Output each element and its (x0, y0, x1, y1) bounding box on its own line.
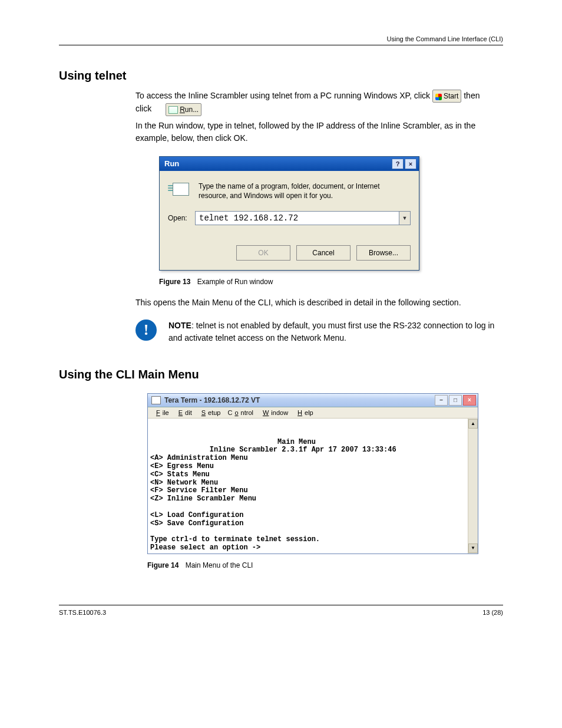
run-description: Type the name of a program, folder, docu… (199, 182, 411, 200)
menu-control[interactable]: Control (225, 409, 255, 417)
fig-text: Main Menu of the CLI (186, 561, 253, 569)
note-text: NOTE: telnet is not enabled by default, … (168, 319, 503, 344)
section-title-cli-main: Using the CLI Main Menu (59, 368, 503, 381)
tera-term-window: Tera Term - 192.168.12.72 VT – □ × File … (147, 393, 478, 554)
note-icon: ! (135, 319, 157, 341)
menu-help[interactable]: Help (293, 409, 316, 417)
terminal-output[interactable]: Main Menu Inline Scrambler 2.3.1f Apr 17… (148, 419, 468, 554)
run-dialog: Run ? × Type the name of a program, fold… (159, 156, 419, 271)
footer-doc-id: ST.TS.E10076.3 (59, 609, 482, 616)
run-menuitem-inline: Run... (166, 103, 201, 116)
help-button[interactable]: ? (392, 159, 404, 169)
scrollbar[interactable]: ▲ ▼ (468, 419, 478, 554)
menu-setup[interactable]: Setup (197, 409, 223, 417)
run-label: Run... (180, 106, 199, 114)
fig-lead: Figure 13 (159, 278, 190, 286)
start-label: Start (444, 92, 458, 100)
telnet-para1: To access the Inline Scrambler using tel… (135, 90, 497, 144)
run-title: Run (164, 159, 179, 168)
browse-button[interactable]: Browse... (356, 245, 411, 261)
cancel-button[interactable]: Cancel (296, 245, 351, 261)
tera-term-titlebar: Tera Term - 192.168.12.72 VT – □ × (148, 394, 478, 407)
header-rule (59, 45, 503, 45)
run-icon (168, 106, 178, 114)
open-label: Open: (168, 214, 195, 222)
tera-term-title: Tera Term - 192.168.12.72 VT (164, 396, 260, 404)
run-titlebar: Run ? × (160, 157, 419, 171)
open-combobox[interactable]: ▼ (195, 211, 411, 225)
footer-page: 13 (28) (482, 609, 503, 616)
menu-edit[interactable]: Edit (174, 409, 194, 417)
dropdown-button[interactable]: ▼ (399, 212, 410, 225)
scroll-down-button[interactable]: ▼ (468, 543, 478, 553)
note-lead: NOTE (168, 321, 191, 330)
menu-file[interactable]: File (151, 409, 171, 417)
close-button[interactable]: × (463, 395, 476, 406)
ok-button[interactable]: OK (236, 245, 290, 261)
section-title-telnet: Using telnet (59, 69, 503, 83)
fig-text: Example of Run window (197, 278, 273, 286)
windows-flag-icon (435, 94, 442, 100)
run-dialog-icon (168, 182, 190, 198)
maximize-button[interactable]: □ (449, 395, 462, 406)
tera-term-app-icon (151, 396, 161, 404)
open-input[interactable] (196, 212, 399, 225)
page-header-right: Using the Command Line Interface (CLI) (387, 35, 503, 42)
figure-13-caption: Figure 13 Example of Run window (159, 278, 503, 286)
note-body: : telnet is not enabled by default, you … (168, 321, 494, 342)
fig-lead: Figure 14 (147, 561, 178, 569)
minimize-button[interactable]: – (435, 395, 448, 406)
tera-term-menubar: File Edit Setup Control Window Help (148, 407, 478, 419)
close-button[interactable]: × (405, 159, 416, 169)
start-button-inline: Start (432, 90, 461, 103)
page-footer: ST.TS.E10076.3 13 (28) (59, 605, 503, 616)
text: To access the Inline Scrambler using tel… (135, 91, 432, 100)
menu-window[interactable]: Window (258, 409, 290, 417)
telnet-para2: In the Run window, type in telnet, follo… (135, 120, 497, 144)
after-fig1-text: This opens the Main Menu of the CLI, whi… (135, 297, 497, 309)
figure-14-caption: Figure 14 Main Menu of the CLI (147, 561, 503, 569)
scroll-up-button[interactable]: ▲ (468, 419, 478, 429)
